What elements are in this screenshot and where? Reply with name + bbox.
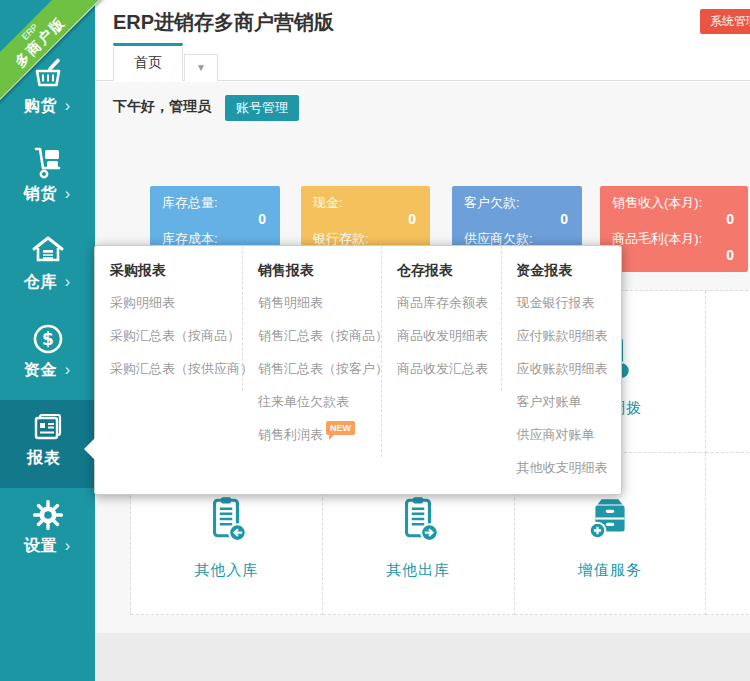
menu-item[interactable]: 销售汇总表（按客户） bbox=[258, 352, 381, 385]
menu-item[interactable]: 客户对账单 bbox=[517, 385, 622, 418]
clipboard-out-icon bbox=[323, 493, 514, 543]
stat-value: 0 bbox=[464, 211, 570, 227]
svg-text:$: $ bbox=[42, 329, 54, 349]
popup-column-sales-reports: 销售报表 销售明细表 销售汇总表（按商品） 销售汇总表（按客户） 往来单位欠款表… bbox=[243, 246, 382, 457]
sidebar: 购货› 销货› 仓库› $ bbox=[0, 0, 95, 681]
account-manage-button[interactable]: 账号管理 bbox=[225, 95, 299, 121]
popup-column-purchase-reports: 采购报表 采购明细表 采购汇总表（按商品） 采购汇总表（按供应商） bbox=[95, 246, 243, 391]
main-area: ERP进销存多商户营销版 系统管理 首页 ▼ 下午好，管理员 账号管理 库存总量… bbox=[95, 0, 750, 681]
sidebar-item-funds[interactable]: $ 资金› bbox=[0, 312, 95, 400]
popup-callout-arrow bbox=[84, 438, 95, 460]
launcher-label: 增值服务 bbox=[515, 561, 706, 580]
launcher-cell-empty bbox=[706, 453, 750, 615]
sidebar-item-warehouse[interactable]: 仓库› bbox=[0, 224, 95, 312]
dollar-icon: $ bbox=[0, 321, 95, 357]
stat-label: 销售收入(本月): bbox=[612, 194, 736, 211]
new-badge: NEW bbox=[326, 421, 355, 435]
sidebar-item-label: 报表 bbox=[27, 449, 61, 466]
sidebar-item-label: 销货 bbox=[24, 185, 58, 202]
chevron-right-icon: › bbox=[65, 273, 71, 290]
cabinet-plus-icon bbox=[515, 493, 706, 543]
greeting-text: 下午好，管理员 bbox=[113, 98, 211, 116]
sidebar-item-label: 资金 bbox=[24, 361, 58, 378]
menu-item[interactable]: 应付账款明细表 bbox=[517, 319, 622, 352]
clipboard-in-icon bbox=[131, 493, 322, 543]
stat-label: 库存总量: bbox=[162, 194, 268, 211]
menu-item-with-badge[interactable]: 销售利润表NEW bbox=[258, 418, 381, 451]
home-content: 下午好，管理员 账号管理 库存总量: 0 库存成本: 现金: 0 银行存款: 客… bbox=[95, 82, 750, 633]
menu-item-label: 销售利润表 bbox=[258, 427, 323, 442]
warehouse-icon bbox=[0, 233, 95, 269]
popup-column-title: 仓存报表 bbox=[397, 258, 501, 282]
sidebar-item-settings[interactable]: 设置› bbox=[0, 488, 95, 576]
menu-item[interactable]: 采购汇总表（按商品） bbox=[110, 319, 242, 352]
menu-item[interactable]: 应收账款明细表 bbox=[517, 352, 622, 385]
stat-card-month-sales: 销售收入(本月): 0 商品毛利(本月): 0 bbox=[600, 186, 748, 272]
page-footer-strip bbox=[95, 633, 750, 681]
menu-item[interactable]: 销售汇总表（按商品） bbox=[258, 319, 381, 352]
chevron-right-icon: › bbox=[65, 361, 71, 378]
menu-item[interactable]: 销售明细表 bbox=[258, 286, 381, 319]
sidebar-item-label: 仓库 bbox=[24, 273, 58, 290]
gear-icon bbox=[0, 497, 95, 533]
popup-column-warehouse-reports: 仓存报表 商品库存余额表 商品收发明细表 商品收发汇总表 bbox=[382, 246, 502, 391]
report-icon bbox=[0, 409, 95, 445]
chevron-right-icon: › bbox=[65, 185, 71, 202]
sidebar-item-reports[interactable]: 报表 bbox=[0, 400, 95, 488]
menu-item[interactable]: 商品库存余额表 bbox=[397, 286, 501, 319]
reports-popup-menu: 采购报表 采购明细表 采购汇总表（按商品） 采购汇总表（按供应商） 销售报表 销… bbox=[94, 245, 622, 495]
tab-strip: 首页 ▼ bbox=[95, 43, 750, 81]
popup-column-title: 销售报表 bbox=[258, 258, 381, 282]
stat-label: 商品毛利(本月): bbox=[612, 230, 736, 247]
stat-value: 0 bbox=[612, 211, 736, 227]
chevron-right-icon: › bbox=[65, 97, 71, 114]
sidebar-item-sales[interactable]: 销货› bbox=[0, 136, 95, 224]
popup-column-funds-reports: 资金报表 现金银行报表 应付账款明细表 应收账款明细表 客户对账单 供应商对账单… bbox=[502, 246, 622, 490]
app-header: ERP进销存多商户营销版 系统管理 bbox=[95, 0, 750, 43]
chevron-right-icon: › bbox=[65, 537, 71, 554]
menu-item[interactable]: 商品收发明细表 bbox=[397, 319, 501, 352]
launcher-label: 其他入库 bbox=[131, 561, 322, 580]
stat-label: 现金: bbox=[313, 194, 418, 211]
menu-item[interactable]: 采购汇总表（按供应商） bbox=[110, 352, 242, 385]
sidebar-item-label: 设置 bbox=[24, 537, 58, 554]
system-admin-button[interactable]: 系统管理 bbox=[700, 9, 750, 34]
menu-item[interactable]: 供应商对账单 bbox=[517, 418, 622, 451]
stat-value: 0 bbox=[313, 211, 418, 227]
popup-column-title: 资金报表 bbox=[517, 258, 622, 282]
stat-label: 客户欠款: bbox=[464, 194, 570, 211]
popup-column-title: 采购报表 bbox=[110, 258, 242, 282]
tab-dropdown-arrow-icon[interactable]: ▼ bbox=[184, 54, 218, 81]
menu-item[interactable]: 商品收发汇总表 bbox=[397, 352, 501, 385]
sidebar-item-label: 购货 bbox=[24, 97, 58, 114]
menu-item[interactable]: 往来单位欠款表 bbox=[258, 385, 381, 418]
page-title: ERP进销存多商户营销版 bbox=[113, 9, 334, 36]
trolley-icon bbox=[0, 145, 95, 181]
launcher-label: 其他出库 bbox=[323, 561, 514, 580]
menu-item[interactable]: 其他收支明细表 bbox=[517, 451, 622, 484]
stat-value: 0 bbox=[162, 211, 268, 227]
tab-home[interactable]: 首页 bbox=[113, 43, 183, 81]
menu-item[interactable]: 采购明细表 bbox=[110, 286, 242, 319]
stat-value: 0 bbox=[612, 247, 736, 263]
menu-item[interactable]: 现金银行报表 bbox=[517, 286, 622, 319]
launcher-cell-empty bbox=[706, 291, 750, 453]
